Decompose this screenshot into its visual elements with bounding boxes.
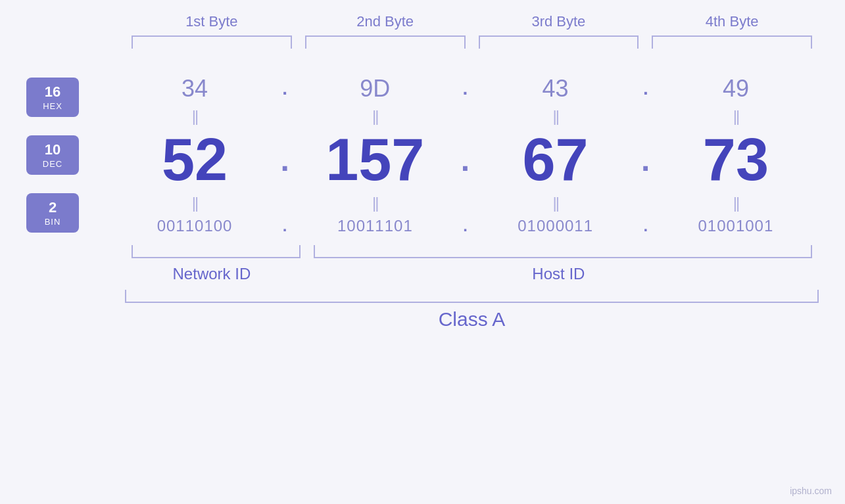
hex-dot-3: .: [636, 78, 656, 99]
dec-cell-2: 157: [302, 130, 447, 189]
bin-badge: 2 BIN: [26, 193, 79, 233]
eq-2-1: ||: [122, 194, 267, 212]
dec-cell-3: 67: [483, 130, 628, 189]
host-id-label: Host ID: [299, 262, 819, 286]
eq-1-4: ||: [664, 107, 808, 126]
hex-val-3: 43: [543, 75, 569, 102]
equals-row-2: || || || ||: [112, 193, 819, 214]
equals-row-1: || || || ||: [112, 106, 819, 127]
dec-row: 52 . 157 . 67 . 73: [112, 127, 819, 193]
main-container: 1st Byte 2nd Byte 3rd Byte 4th Byte 16 H…: [0, 0, 845, 504]
bracket-network: [132, 245, 301, 258]
class-section: Class A: [125, 290, 819, 336]
bin-val-3: 01000011: [518, 217, 593, 235]
dec-badge: 10 DEC: [26, 135, 79, 175]
byte-label-2: 2nd Byte: [313, 13, 458, 30]
bin-dot-2: .: [455, 217, 475, 235]
hex-cell-2: 9D: [302, 75, 447, 103]
bracket-top-3: [479, 35, 639, 49]
eq-1-2: ||: [302, 107, 447, 126]
byte-label-1: 1st Byte: [139, 13, 284, 30]
byte-label-3: 3rd Byte: [486, 13, 631, 30]
watermark: ipshu.com: [790, 486, 832, 496]
bin-cell-1: 00110100: [122, 217, 267, 235]
hex-badge: 16 HEX: [26, 78, 79, 117]
dec-name: DEC: [43, 159, 62, 169]
hex-val-2: 9D: [360, 75, 390, 102]
bin-dot-1: .: [275, 217, 295, 235]
hex-dot-1: .: [275, 78, 295, 99]
eq-2-4: ||: [664, 194, 808, 212]
bracket-top-4: [652, 35, 812, 49]
bin-dot-3: .: [636, 217, 656, 235]
hex-val-1: 34: [181, 75, 208, 102]
bin-val-1: 00110100: [157, 217, 233, 235]
base-labels: 16 HEX 10 DEC 2 BIN: [26, 68, 112, 242]
bin-number: 2: [49, 199, 57, 216]
dec-dot-3: .: [636, 142, 656, 178]
dec-val-4: 73: [703, 127, 769, 193]
top-brackets: [125, 35, 819, 49]
hex-cell-1: 34: [122, 75, 267, 103]
bin-cell-3: 01000011: [483, 217, 628, 235]
network-id-label: Network ID: [125, 262, 299, 286]
bin-row: 00110100 . 10011101 . 01000011 . 0100100…: [112, 214, 819, 242]
bin-cell-2: 10011101: [302, 217, 447, 235]
dec-val-1: 52: [162, 127, 228, 193]
hex-dot-2: .: [455, 78, 475, 99]
bin-name: BIN: [45, 217, 61, 227]
hex-cell-3: 43: [483, 75, 628, 103]
dec-cell-4: 73: [664, 130, 808, 189]
dec-dot-2: .: [455, 142, 475, 178]
bin-val-2: 10011101: [337, 217, 413, 235]
byte-label-4: 4th Byte: [660, 13, 804, 30]
dec-dot-1: .: [275, 142, 295, 178]
content-area: 16 HEX 10 DEC 2 BIN 34 . 9D: [26, 68, 819, 242]
hex-val-4: 49: [723, 75, 749, 102]
bin-cell-4: 01001001: [664, 217, 808, 235]
values-grid: 34 . 9D . 43 . 49 || ||: [112, 68, 819, 242]
dec-val-3: 67: [523, 127, 589, 193]
byte-labels-inner: 1st Byte 2nd Byte 3rd Byte 4th Byte: [125, 13, 819, 30]
dec-val-2: 157: [326, 127, 424, 193]
byte-labels-row: 1st Byte 2nd Byte 3rd Byte 4th Byte: [26, 13, 819, 30]
hex-row: 34 . 9D . 43 . 49: [112, 68, 819, 106]
bottom-section: Network ID Host ID: [125, 245, 819, 286]
eq-1-1: ||: [122, 107, 267, 126]
hex-cell-4: 49: [664, 75, 808, 103]
dec-number: 10: [45, 141, 60, 158]
bracket-host: [314, 245, 812, 258]
hex-name: HEX: [43, 101, 62, 111]
bin-val-4: 01001001: [698, 217, 774, 235]
eq-1-3: ||: [483, 107, 628, 126]
bottom-labels: Network ID Host ID: [125, 262, 819, 286]
class-label: Class A: [125, 303, 819, 336]
eq-2-3: ||: [483, 194, 628, 212]
hex-number: 16: [45, 83, 60, 101]
eq-2-2: ||: [302, 194, 447, 212]
bracket-top-2: [305, 35, 466, 49]
class-bracket: [125, 290, 819, 303]
bracket-top-1: [132, 35, 292, 49]
dec-cell-1: 52: [122, 130, 267, 189]
bottom-brackets: [125, 245, 819, 258]
